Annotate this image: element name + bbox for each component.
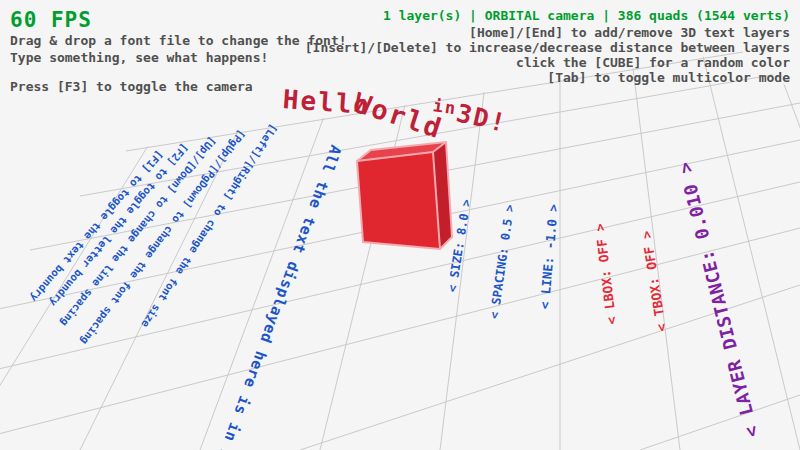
- hint-drag-drop-font: Drag & drop a font file to change the fo…: [10, 33, 347, 48]
- status-layers-camera-quads: 1 layer(s) | ORBITAL camera | 386 quads …: [383, 8, 790, 23]
- hint-add-remove-layers: [Home]/[End] to add/remove 3D text layer…: [469, 25, 790, 40]
- cube[interactable]: [357, 142, 452, 249]
- hint-multicolor-mode: [Tab] to toggle multicolor mode: [547, 70, 790, 85]
- hint-type-something: Type something, see what happens!: [10, 50, 268, 65]
- hint-toggle-camera: Press [F3] to toggle the camera: [10, 79, 253, 94]
- hint-layer-distance-keys: [Insert]/[Delete] to increase/decrease d…: [305, 40, 790, 55]
- raylib-3d-text-demo-window: [F1] to toggle the text boundry [F2] to …: [0, 0, 800, 450]
- wave-word-in: in: [432, 97, 459, 117]
- hint-cube-random-color: click the [CUBE] for a random color: [516, 55, 790, 70]
- fps-counter: 60 FPS: [10, 8, 92, 32]
